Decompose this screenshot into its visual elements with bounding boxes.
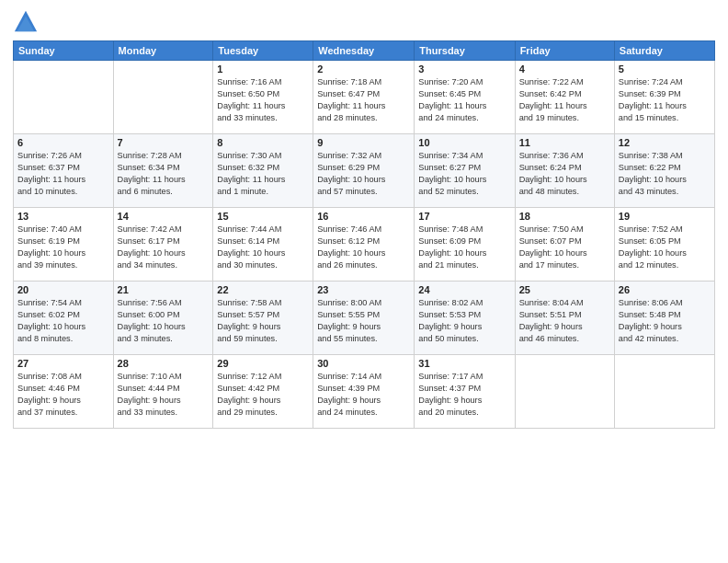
calendar-cell [614, 355, 714, 429]
day-info: Sunrise: 7:58 AM Sunset: 5:57 PM Dayligh… [217, 297, 309, 345]
day-info: Sunrise: 7:52 AM Sunset: 6:05 PM Dayligh… [619, 224, 711, 271]
day-number: 14 [118, 211, 210, 222]
calendar-cell: 24Sunrise: 8:02 AM Sunset: 5:53 PM Dayli… [415, 282, 515, 355]
day-info: Sunrise: 8:00 AM Sunset: 5:55 PM Dayligh… [317, 297, 410, 345]
calendar-cell: 6Sunrise: 7:26 AM Sunset: 6:37 PM Daylig… [14, 134, 114, 208]
weekday-header-wednesday: Wednesday [313, 41, 415, 61]
calendar-cell: 14Sunrise: 7:42 AM Sunset: 6:17 PM Dayli… [113, 208, 213, 282]
day-number: 29 [217, 358, 309, 369]
calendar-cell: 9Sunrise: 7:32 AM Sunset: 6:29 PM Daylig… [313, 134, 415, 208]
day-info: Sunrise: 7:22 AM Sunset: 6:42 PM Dayligh… [519, 76, 610, 124]
calendar-cell: 15Sunrise: 7:44 AM Sunset: 6:14 PM Dayli… [213, 208, 313, 282]
calendar-cell: 7Sunrise: 7:28 AM Sunset: 6:34 PM Daylig… [113, 134, 213, 208]
day-info: Sunrise: 7:46 AM Sunset: 6:12 PM Dayligh… [317, 224, 410, 271]
day-info: Sunrise: 7:40 AM Sunset: 6:19 PM Dayligh… [17, 224, 109, 271]
day-number: 24 [418, 284, 510, 295]
day-number: 10 [418, 137, 510, 148]
weekday-header-row: SundayMondayTuesdayWednesdayThursdayFrid… [14, 41, 715, 61]
day-info: Sunrise: 7:30 AM Sunset: 6:32 PM Dayligh… [217, 150, 309, 198]
weekday-header-sunday: Sunday [14, 41, 114, 61]
day-number: 21 [118, 284, 210, 295]
calendar-cell: 16Sunrise: 7:46 AM Sunset: 6:12 PM Dayli… [313, 208, 415, 282]
week-row-3: 13Sunrise: 7:40 AM Sunset: 6:19 PM Dayli… [14, 208, 715, 282]
day-number: 18 [519, 211, 610, 222]
day-number: 31 [418, 358, 510, 369]
calendar-cell: 1Sunrise: 7:16 AM Sunset: 6:50 PM Daylig… [213, 61, 313, 134]
day-info: Sunrise: 7:38 AM Sunset: 6:22 PM Dayligh… [619, 150, 711, 198]
day-info: Sunrise: 7:10 AM Sunset: 4:44 PM Dayligh… [118, 371, 210, 419]
day-info: Sunrise: 7:26 AM Sunset: 6:37 PM Dayligh… [17, 150, 109, 198]
week-row-2: 6Sunrise: 7:26 AM Sunset: 6:37 PM Daylig… [14, 134, 715, 208]
day-info: Sunrise: 7:54 AM Sunset: 6:02 PM Dayligh… [17, 297, 109, 345]
weekday-header-saturday: Saturday [614, 41, 714, 61]
calendar-cell: 10Sunrise: 7:34 AM Sunset: 6:27 PM Dayli… [415, 134, 515, 208]
calendar-cell: 29Sunrise: 7:12 AM Sunset: 4:42 PM Dayli… [213, 355, 313, 429]
day-number: 30 [317, 358, 410, 369]
day-info: Sunrise: 7:28 AM Sunset: 6:34 PM Dayligh… [118, 150, 210, 198]
day-number: 13 [17, 211, 109, 222]
week-row-5: 27Sunrise: 7:08 AM Sunset: 4:46 PM Dayli… [14, 355, 715, 429]
day-number: 4 [519, 63, 610, 75]
day-number: 28 [118, 358, 210, 369]
day-info: Sunrise: 8:06 AM Sunset: 5:48 PM Dayligh… [619, 297, 711, 345]
calendar-cell: 17Sunrise: 7:48 AM Sunset: 6:09 PM Dayli… [415, 208, 515, 282]
calendar-cell: 30Sunrise: 7:14 AM Sunset: 4:39 PM Dayli… [313, 355, 415, 429]
day-info: Sunrise: 7:16 AM Sunset: 6:50 PM Dayligh… [217, 76, 309, 124]
calendar-cell [515, 355, 614, 429]
calendar-cell: 31Sunrise: 7:17 AM Sunset: 4:37 PM Dayli… [415, 355, 515, 429]
day-info: Sunrise: 7:56 AM Sunset: 6:00 PM Dayligh… [118, 297, 210, 345]
day-number: 12 [619, 137, 711, 148]
header [13, 9, 715, 35]
day-number: 22 [217, 284, 309, 295]
calendar-cell: 18Sunrise: 7:50 AM Sunset: 6:07 PM Dayli… [515, 208, 614, 282]
calendar-cell: 2Sunrise: 7:18 AM Sunset: 6:47 PM Daylig… [313, 61, 415, 134]
day-info: Sunrise: 7:14 AM Sunset: 4:39 PM Dayligh… [317, 371, 410, 419]
day-info: Sunrise: 7:34 AM Sunset: 6:27 PM Dayligh… [418, 150, 510, 198]
day-number: 3 [418, 63, 510, 75]
calendar-cell: 25Sunrise: 8:04 AM Sunset: 5:51 PM Dayli… [515, 282, 614, 355]
calendar-cell: 3Sunrise: 7:20 AM Sunset: 6:45 PM Daylig… [415, 61, 515, 134]
day-number: 8 [217, 137, 309, 148]
weekday-header-thursday: Thursday [415, 41, 515, 61]
week-row-1: 1Sunrise: 7:16 AM Sunset: 6:50 PM Daylig… [14, 61, 715, 134]
calendar-cell: 20Sunrise: 7:54 AM Sunset: 6:02 PM Dayli… [14, 282, 114, 355]
weekday-header-monday: Monday [113, 41, 213, 61]
calendar-cell: 21Sunrise: 7:56 AM Sunset: 6:00 PM Dayli… [113, 282, 213, 355]
weekday-header-tuesday: Tuesday [213, 41, 313, 61]
day-info: Sunrise: 7:50 AM Sunset: 6:07 PM Dayligh… [519, 224, 610, 271]
calendar-cell: 28Sunrise: 7:10 AM Sunset: 4:44 PM Dayli… [113, 355, 213, 429]
calendar-cell: 13Sunrise: 7:40 AM Sunset: 6:19 PM Dayli… [14, 208, 114, 282]
day-info: Sunrise: 7:36 AM Sunset: 6:24 PM Dayligh… [519, 150, 610, 198]
day-info: Sunrise: 7:12 AM Sunset: 4:42 PM Dayligh… [217, 371, 309, 419]
page: SundayMondayTuesdayWednesdayThursdayFrid… [0, 0, 728, 563]
day-info: Sunrise: 7:48 AM Sunset: 6:09 PM Dayligh… [418, 224, 510, 271]
calendar-cell: 26Sunrise: 8:06 AM Sunset: 5:48 PM Dayli… [614, 282, 714, 355]
week-row-4: 20Sunrise: 7:54 AM Sunset: 6:02 PM Dayli… [14, 282, 715, 355]
logo-icon [13, 9, 39, 35]
weekday-header-friday: Friday [515, 41, 614, 61]
day-number: 25 [519, 284, 610, 295]
day-info: Sunrise: 7:18 AM Sunset: 6:47 PM Dayligh… [317, 76, 410, 124]
calendar-cell: 5Sunrise: 7:24 AM Sunset: 6:39 PM Daylig… [614, 61, 714, 134]
day-number: 9 [317, 137, 410, 148]
day-number: 23 [317, 284, 410, 295]
calendar-cell: 12Sunrise: 7:38 AM Sunset: 6:22 PM Dayli… [614, 134, 714, 208]
calendar-cell: 23Sunrise: 8:00 AM Sunset: 5:55 PM Dayli… [313, 282, 415, 355]
calendar-cell: 8Sunrise: 7:30 AM Sunset: 6:32 PM Daylig… [213, 134, 313, 208]
day-number: 7 [118, 137, 210, 148]
day-info: Sunrise: 8:04 AM Sunset: 5:51 PM Dayligh… [519, 297, 610, 345]
logo [13, 9, 40, 35]
day-number: 20 [17, 284, 109, 295]
day-number: 19 [619, 211, 711, 222]
calendar-table: SundayMondayTuesdayWednesdayThursdayFrid… [13, 40, 715, 429]
day-info: Sunrise: 7:17 AM Sunset: 4:37 PM Dayligh… [418, 371, 510, 419]
day-number: 17 [418, 211, 510, 222]
day-info: Sunrise: 7:08 AM Sunset: 4:46 PM Dayligh… [17, 371, 109, 419]
day-info: Sunrise: 7:20 AM Sunset: 6:45 PM Dayligh… [418, 76, 510, 124]
day-number: 1 [217, 63, 309, 75]
calendar-cell [14, 61, 114, 134]
day-info: Sunrise: 8:02 AM Sunset: 5:53 PM Dayligh… [418, 297, 510, 345]
day-number: 26 [619, 284, 711, 295]
calendar-cell: 22Sunrise: 7:58 AM Sunset: 5:57 PM Dayli… [213, 282, 313, 355]
day-number: 11 [519, 137, 610, 148]
